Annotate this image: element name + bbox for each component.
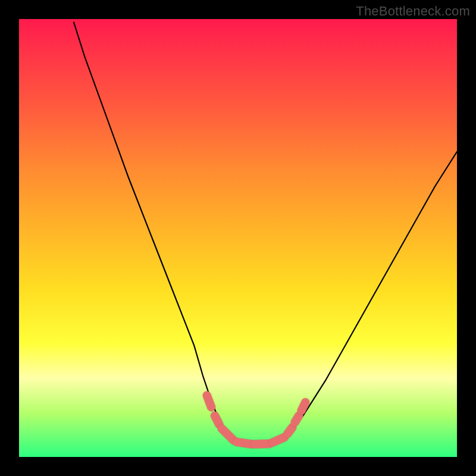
valley-marker [273, 437, 284, 443]
watermark-text: TheBottleneck.com [356, 4, 470, 19]
valley-marker [295, 416, 299, 422]
valley-markers [207, 396, 306, 444]
valley-marker [237, 442, 252, 444]
valley-marker [215, 416, 219, 425]
plot-area [19, 19, 457, 457]
chart-frame: TheBottleneck.com [0, 0, 476, 476]
valley-marker [255, 444, 270, 444]
chart-svg [19, 19, 457, 457]
bottleneck-curve [74, 23, 457, 446]
valley-marker [222, 428, 234, 440]
valley-marker [287, 427, 292, 434]
valley-marker [207, 396, 211, 408]
valley-marker [302, 402, 306, 411]
